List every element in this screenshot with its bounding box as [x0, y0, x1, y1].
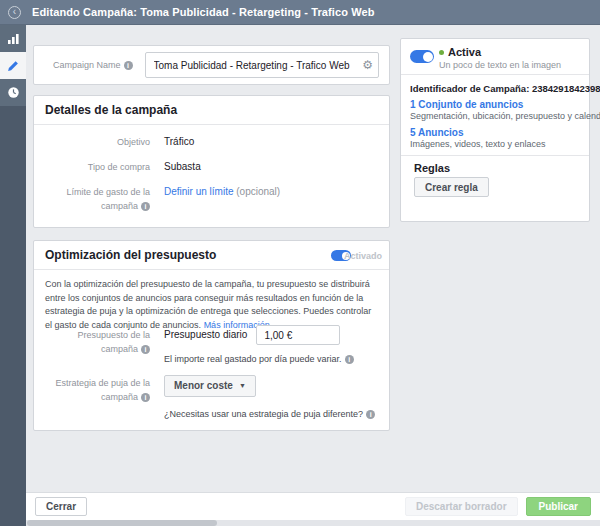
campaign-summary-panel: Activa Un poco de texto en la imagen Ide…: [400, 38, 590, 222]
adsets-description: Segmentación, ubicación, presupuesto y c…: [410, 111, 600, 121]
daily-budget-type[interactable]: Presupuesto diario: [164, 328, 247, 342]
info-icon[interactable]: [141, 393, 150, 402]
bar-chart-icon: [7, 32, 20, 45]
clock-icon: [7, 86, 20, 99]
info-icon[interactable]: [124, 61, 133, 70]
objective-label: Objetivo: [42, 136, 150, 150]
campaign-name-label: Campaign Name: [53, 60, 121, 70]
rules-title: Reglas: [414, 162, 450, 174]
campaign-name-input[interactable]: [145, 52, 379, 78]
status-note: Un poco de texto en la imagen: [439, 60, 561, 70]
campaign-status: Activa: [439, 46, 481, 58]
budget-section-header: Optimización del presupuesto Activado: [34, 241, 389, 270]
buying-type-value: Subasta: [164, 160, 201, 174]
publish-button[interactable]: Publicar: [526, 497, 591, 516]
footer-action-bar: Cerrar Descartar borrador Publicar: [26, 492, 600, 520]
page-title: Editando Campaña: Toma Publicidad - Reta…: [32, 6, 374, 18]
ads-description: Imágenes, videos, texto y enlaces: [410, 139, 546, 149]
set-limit-link[interactable]: Definir un límite: [164, 186, 233, 197]
pencil-icon: [7, 60, 19, 72]
spend-limit-label: Límite de gasto de la campaña: [42, 186, 150, 214]
budget-description: Con la optimización del presupuesto de l…: [45, 278, 378, 332]
sidebar-item-history[interactable]: [0, 79, 26, 106]
spend-limit-value: Definir un límite (opcional): [164, 185, 280, 199]
campaign-active-toggle[interactable]: [410, 50, 434, 63]
scrollbar-thumb[interactable]: [27, 520, 217, 526]
status-dot-icon: [439, 50, 444, 55]
bid-strategy-dropdown[interactable]: Menor coste▼: [164, 375, 256, 397]
ads-manager-edit-campaign-window: ‹ Editando Campaña: Toma Publicidad - Re…: [0, 0, 600, 526]
buying-type-label: Tipo de compra: [42, 161, 150, 175]
budget-section-title: Optimización del presupuesto: [45, 248, 216, 262]
bid-strategy-label: Estrategia de puja de la campaña: [42, 377, 150, 405]
daily-budget-input[interactable]: [256, 325, 340, 345]
info-icon[interactable]: [345, 355, 354, 364]
budget-toggle-state: Activado: [344, 251, 382, 261]
campaign-id: Identificador de Campaña: 23842918423980…: [410, 83, 600, 94]
discard-draft-button[interactable]: Descartar borrador: [405, 497, 518, 516]
optional-text: (opcional): [236, 186, 280, 197]
chevron-down-icon: ▼: [239, 381, 246, 391]
left-icon-sidebar: [0, 25, 26, 526]
info-icon[interactable]: [141, 345, 150, 354]
campaign-budget-label: Presupuesto de la campaña: [42, 329, 150, 357]
panel-divider: [401, 155, 589, 156]
bid-strategy-question: ¿Necesitas usar una estrategia de puja d…: [164, 409, 375, 419]
info-icon[interactable]: [366, 410, 375, 419]
adsets-link[interactable]: 1 Conjunto de anuncios: [410, 99, 523, 110]
back-icon[interactable]: ‹: [8, 6, 21, 19]
campaign-status-block: Activa Un poco de texto en la imagen: [401, 39, 589, 75]
info-icon[interactable]: [141, 202, 150, 211]
sidebar-item-edit[interactable]: [0, 52, 26, 79]
close-button[interactable]: Cerrar: [35, 497, 87, 516]
create-rule-button[interactable]: Crear regla: [414, 177, 489, 197]
bid-strategy-field: Menor coste▼: [164, 375, 256, 397]
sidebar-item-performance[interactable]: [0, 25, 26, 52]
ads-link[interactable]: 5 Anuncios: [410, 127, 464, 138]
campaign-name-card: Campaign Name ⚙: [33, 45, 390, 85]
campaign-details-card: Detalles de la campaña Objetivo Tráfico …: [33, 95, 390, 228]
gear-icon[interactable]: ⚙: [362, 59, 373, 71]
details-section-title: Detalles de la campaña: [34, 96, 389, 125]
horizontal-scrollbar: [26, 520, 600, 526]
budget-optimization-card: Optimización del presupuesto Activado Co…: [33, 240, 390, 431]
top-header-bar: ‹ Editando Campaña: Toma Publicidad - Re…: [0, 0, 600, 25]
campaign-budget-field: Presupuesto diario: [164, 325, 340, 345]
objective-value: Tráfico: [164, 135, 194, 149]
budget-variance-note: El importe real gastado por día puede va…: [164, 354, 354, 364]
